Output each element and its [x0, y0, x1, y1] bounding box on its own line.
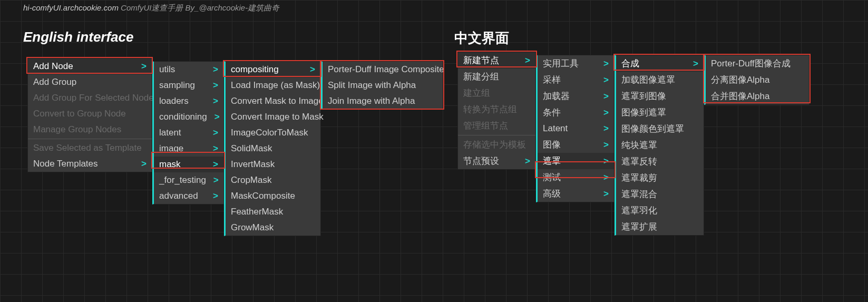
chevron-right-icon: > [603, 140, 609, 150]
chevron-right-icon: > [213, 159, 218, 170]
menu-save-template-zh: 存储选中为模板 [458, 137, 535, 153]
menu-feather-mask[interactable]: FeatherMask [226, 204, 320, 220]
menu-solid-mask[interactable]: SolidMask [226, 141, 320, 157]
zh-submenu-compositing: Porter-Duff图像合成 分离图像Alpha 合并图像Alpha [704, 55, 810, 105]
menu-compositing-zh[interactable]: 合成> [616, 55, 704, 72]
menu-mask[interactable]: mask> [154, 157, 223, 172]
zh-submenu-mask: 合成> 加载图像遮罩 遮罩到图像 图像到遮罩 图像颜色到遮罩 纯块遮罩 遮罩反转… [615, 55, 704, 236]
chevron-right-icon: > [213, 128, 218, 138]
menu-split-alpha-zh[interactable]: 分离图像Alpha [706, 72, 809, 88]
menu-mask-composite-zh[interactable]: 遮罩混合 [616, 186, 704, 202]
menu-separator [28, 139, 152, 139]
menu-add-node-zh[interactable]: 新建节点> [458, 52, 535, 69]
menu-conditioning-zh[interactable]: 条件> [538, 104, 614, 121]
chevron-right-icon: > [525, 156, 530, 167]
chevron-right-icon: > [213, 143, 218, 154]
menu-conditioning[interactable]: conditioning> [154, 109, 223, 125]
menu-mask-zh[interactable]: 遮罩> [538, 153, 614, 169]
menu-convert-group-node-zh: 转换为节点组 [458, 101, 535, 118]
menu-advanced[interactable]: advanced> [154, 188, 223, 204]
menu-mask-composite[interactable]: MaskComposite [226, 188, 320, 204]
en-submenu-compositing: Porter-Duff Image Composite Split Image … [321, 61, 443, 110]
menu-compositing[interactable]: compositing> [226, 62, 320, 77]
menu-utils-zh[interactable]: 实用工具> [538, 55, 614, 72]
menu-add-group-selected: Add Group For Selected Nodes [28, 90, 152, 106]
menu-sampling-zh[interactable]: 采样> [538, 72, 614, 88]
menu-crop-mask-zh[interactable]: 遮罩裁剪 [616, 170, 704, 186]
menu-load-image-mask[interactable]: Load Image (as Mask) [226, 77, 320, 93]
menu-solid-mask-zh[interactable]: 纯块遮罩 [616, 137, 704, 153]
menu-feather-mask-zh[interactable]: 遮罩羽化 [616, 202, 704, 219]
menu-manage-group-nodes-zh: 管理组节点 [458, 118, 535, 134]
menu-add-node[interactable]: Add Node> [28, 59, 152, 74]
menu-image[interactable]: image> [154, 141, 223, 157]
chevron-right-icon: > [603, 91, 609, 102]
menu-manage-group-nodes: Manage Group Nodes [28, 122, 152, 138]
menu-add-group-zh[interactable]: 新建分组 [458, 69, 535, 85]
menu-for-testing-zh[interactable]: 测试> [538, 169, 614, 186]
menu-crop-mask[interactable]: CropMask [226, 172, 320, 188]
en-submenu-categories: utils> sampling> loaders> conditioning> … [152, 61, 224, 204]
menu-split-alpha[interactable]: Split Image with Alpha [323, 77, 443, 93]
menu-join-alpha[interactable]: Join Image with Alpha [323, 93, 443, 109]
chevron-right-icon: > [141, 61, 147, 72]
menu-convert-image-mask[interactable]: Convert Image to Mask [226, 109, 320, 125]
section-title-chinese: 中文界面 [454, 29, 509, 47]
chevron-right-icon: > [603, 59, 609, 69]
menu-add-group-selected-zh: 建立组 [458, 85, 535, 101]
en-submenu-mask: compositing> Load Image (as Mask) Conver… [224, 61, 321, 236]
chevron-right-icon: > [603, 156, 609, 167]
chevron-right-icon: > [213, 96, 218, 106]
page-header: hi-comfyUI.archcookie.com ComfyUI速查手册 By… [23, 3, 279, 13]
menu-image-zh[interactable]: 图像> [538, 137, 614, 153]
menu-advanced-zh[interactable]: 高级> [538, 186, 614, 202]
menu-load-image-mask-zh[interactable]: 加载图像遮罩 [616, 72, 704, 88]
menu-for-testing[interactable]: _for_testing> [154, 172, 223, 188]
menu-convert-mask-image-zh[interactable]: 遮罩到图像 [616, 88, 704, 104]
chevron-right-icon: > [310, 64, 315, 75]
menu-save-template: Save Selected as Template [28, 140, 152, 156]
chevron-right-icon: > [213, 191, 218, 201]
menu-invert-mask-zh[interactable]: 遮罩反转 [616, 153, 704, 170]
menu-node-templates[interactable]: Node Templates> [28, 156, 152, 172]
chevron-right-icon: > [603, 172, 609, 183]
menu-grow-mask-zh[interactable]: 遮罩扩展 [616, 219, 704, 235]
site-tagline: ComfyUI速查手册 By_@archcookie-建筑曲奇 [121, 3, 279, 12]
menu-convert-group-node: Convert to Group Node [28, 106, 152, 122]
chevron-right-icon: > [525, 55, 530, 66]
chevron-right-icon: > [213, 64, 218, 75]
zh-submenu-categories: 实用工具> 采样> 加载器> 条件> Latent> 图像> 遮罩> 测试> 高… [536, 55, 615, 202]
chevron-right-icon: > [213, 175, 219, 186]
menu-separator [458, 135, 535, 135]
menu-latent-zh[interactable]: Latent> [538, 121, 614, 137]
menu-image-color-mask[interactable]: ImageColorToMask [226, 125, 320, 141]
chevron-right-icon: > [603, 189, 609, 199]
menu-image-color-mask-zh[interactable]: 图像颜色到遮罩 [616, 121, 704, 137]
menu-loaders[interactable]: loaders> [154, 93, 223, 109]
site-url: hi-comfyUI.archcookie.com [23, 3, 119, 12]
menu-grow-mask[interactable]: GrowMask [226, 220, 320, 236]
menu-invert-mask[interactable]: InvertMask [226, 157, 320, 172]
zh-context-menu: 新建节点> 新建分组 建立组 转换为节点组 管理组节点 存储选中为模板 节点预设… [457, 52, 536, 170]
menu-convert-mask-image[interactable]: Convert Mask to Image [226, 93, 320, 109]
menu-join-alpha-zh[interactable]: 合并图像Alpha [706, 88, 809, 104]
chevron-right-icon: > [141, 159, 147, 169]
chevron-right-icon: > [693, 59, 698, 69]
menu-porter-duff[interactable]: Porter-Duff Image Composite [323, 62, 443, 77]
menu-add-group[interactable]: Add Group [28, 74, 152, 90]
chevron-right-icon: > [214, 112, 220, 122]
menu-convert-image-mask-zh[interactable]: 图像到遮罩 [616, 104, 704, 121]
menu-sampling[interactable]: sampling> [154, 77, 223, 93]
chevron-right-icon: > [603, 75, 609, 85]
chevron-right-icon: > [603, 108, 609, 118]
menu-node-templates-zh[interactable]: 节点预设> [458, 153, 535, 169]
menu-latent[interactable]: latent> [154, 125, 223, 141]
menu-loaders-zh[interactable]: 加载器> [538, 88, 614, 104]
chevron-right-icon: > [213, 80, 218, 91]
section-title-english: English interface [23, 29, 134, 45]
en-context-menu: Add Node> Add Group Add Group For Select… [27, 58, 152, 172]
chevron-right-icon: > [603, 123, 609, 134]
menu-porter-duff-zh[interactable]: Porter-Duff图像合成 [706, 55, 809, 72]
menu-utils[interactable]: utils> [154, 62, 223, 77]
